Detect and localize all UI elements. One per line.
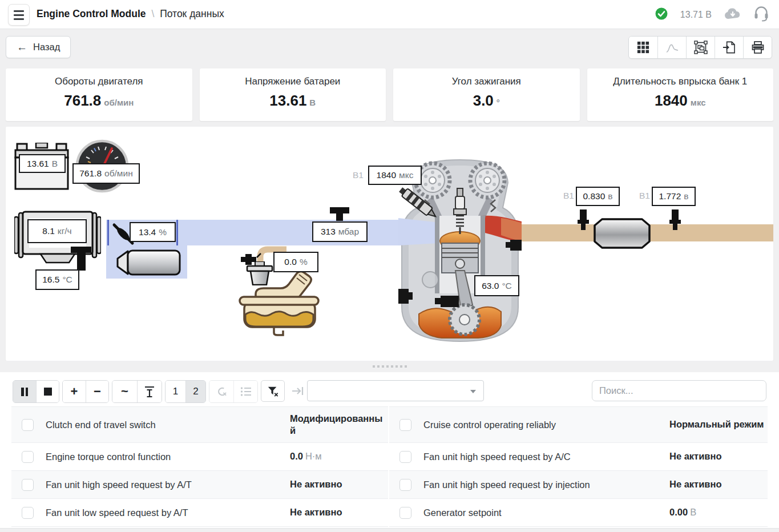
wave-icon: ~	[121, 385, 128, 398]
menu-button[interactable]	[8, 4, 30, 26]
table-row[interactable]: Cruise control operating reliably Нормал…	[389, 406, 768, 443]
card-value-number: 13.61	[269, 92, 306, 109]
card-value-number: 761.8	[64, 92, 101, 109]
value-text: 0.00	[669, 507, 688, 517]
goto-button[interactable]	[288, 380, 308, 402]
intake-temp-unit: °C	[62, 275, 72, 285]
table-row[interactable]: Fan unit high speed request by A/C Не ак…	[389, 443, 768, 471]
value-unit: Н·м	[305, 451, 322, 461]
table-row[interactable]: Clutch end of travel switch Модифицирова…	[11, 406, 388, 443]
table-row[interactable]: Engine torque control function 0.0Н·м	[11, 443, 388, 471]
export-button[interactable]	[715, 37, 743, 58]
o2-sensor-post-icon	[669, 209, 681, 230]
injection-duration-label: 1840мкс	[368, 166, 422, 185]
engine-diagram-panel: 13.61В 761.8об/мин 8.1кг/ч 16.5°C	[6, 127, 773, 361]
table-row[interactable]: Fan unit high speed request by injection…	[389, 471, 768, 499]
battery-voltage-unit: В	[52, 159, 58, 169]
row-checkbox[interactable]	[399, 419, 411, 431]
card-engine-rpm: Обороты двигателя 761.8об/мин	[6, 68, 192, 121]
battery-voltage-value: 13.61	[27, 159, 49, 169]
row-checkbox[interactable]	[399, 507, 411, 519]
view-toolbar	[628, 36, 772, 59]
map-pressure-label: 313мбар	[312, 221, 368, 242]
page-group: 1 2	[165, 380, 206, 403]
pause-icon-bar	[26, 388, 29, 396]
hamburger-icon-bar	[14, 14, 24, 16]
chevron-down-icon	[470, 390, 476, 393]
parameter-value: Нормальный режим	[669, 418, 768, 430]
group-select-dropdown[interactable]	[307, 380, 484, 401]
page-1-button[interactable]: 1	[166, 381, 185, 402]
evap-duty-unit: %	[300, 257, 308, 267]
table-row[interactable]: Fan unit high speed request by A/T Не ак…	[11, 471, 388, 499]
smoothing-button[interactable]: ~	[112, 381, 137, 402]
idle-valve-icon	[116, 249, 181, 276]
cloud-download-icon[interactable]	[724, 7, 741, 22]
table-row[interactable]: Generator setpoint 0.00В	[389, 499, 768, 527]
row-checkbox[interactable]	[22, 419, 34, 431]
card-value-unit: В	[309, 98, 316, 107]
grid-icon	[637, 41, 649, 54]
parameter-value: Не активно	[669, 450, 768, 462]
o2-pre-bank-tag: B1	[563, 191, 574, 201]
curve-chart-icon	[665, 41, 679, 54]
select-list-button[interactable]	[233, 381, 257, 402]
card-battery-voltage: Напряжение батареи 13.61В	[200, 68, 386, 121]
arrow-to-bar-icon	[292, 386, 304, 396]
row-checkbox[interactable]	[399, 479, 411, 491]
print-button[interactable]	[743, 37, 772, 58]
injection-duration-value: 1840	[377, 170, 396, 180]
card-title: Обороты двигателя	[6, 76, 192, 87]
catalytic-converter-icon	[592, 217, 652, 249]
row-checkbox[interactable]	[22, 451, 34, 463]
back-button[interactable]: ← Назад	[6, 36, 71, 58]
row-checkbox[interactable]	[22, 507, 34, 519]
pipe-joint-line	[107, 220, 109, 245]
list-toolbar: + − ~ 1 2	[13, 380, 308, 403]
region-select-button[interactable]	[686, 37, 715, 58]
panel-splitter[interactable]	[0, 361, 779, 372]
parameter-value: Модифицированный	[290, 413, 388, 437]
zoom-out-button[interactable]: −	[86, 381, 108, 402]
map-pressure-unit: мбар	[338, 227, 359, 237]
page-2-button[interactable]: 2	[185, 381, 205, 402]
fit-height-button[interactable]	[137, 381, 162, 402]
metric-cards: Обороты двигателя 761.8об/мин Напряжение…	[6, 68, 773, 121]
value-unit: В	[690, 507, 696, 517]
map-sensor-icon	[329, 207, 350, 221]
stop-button[interactable]	[36, 381, 59, 402]
filter-x-icon	[267, 385, 278, 397]
row-checkbox[interactable]	[399, 451, 411, 463]
back-arrow-icon: ←	[17, 41, 27, 54]
card-value-number: 1840	[655, 92, 688, 109]
table-row[interactable]: Fan unit low speed request by A/T Не акт…	[11, 499, 388, 527]
card-injection-duration: Длительность впрыска банк 1 1840мкс	[587, 68, 774, 121]
hamburger-icon-bar2	[14, 18, 24, 20]
o2-post-voltage-label: 1.772в	[652, 187, 696, 206]
headset-icon[interactable]	[754, 6, 769, 24]
printer-icon	[751, 41, 765, 54]
injection-bank-tag: B1	[353, 170, 364, 180]
purge-valve-icon	[241, 252, 261, 267]
parameter-name: Engine torque control function	[46, 452, 290, 462]
parameter-name: Fan unit low speed request by A/T	[46, 507, 290, 518]
filter-reset-button[interactable]	[261, 380, 285, 402]
o2-post-voltage-unit: в	[684, 191, 688, 201]
maf-unit: кг/ч	[58, 226, 72, 236]
grid-view-button[interactable]	[629, 37, 657, 58]
chart-view-button[interactable]	[657, 37, 686, 58]
card-value-unit: °	[497, 98, 500, 107]
parameter-value: Не активно	[290, 478, 388, 490]
row-checkbox[interactable]	[22, 479, 34, 491]
back-button-label: Назад	[33, 42, 60, 53]
injection-duration-unit: мкс	[399, 170, 413, 180]
card-value: 1840мкс	[587, 92, 774, 110]
clear-selection-button[interactable]	[209, 381, 233, 402]
next-row-strip	[0, 528, 779, 532]
pause-button[interactable]	[13, 381, 36, 402]
search-input[interactable]	[592, 380, 766, 401]
data-table-right: Cruise control operating reliably Нормал…	[389, 406, 768, 527]
playback-group	[13, 380, 59, 403]
card-value: 13.61В	[200, 92, 386, 110]
zoom-in-button[interactable]: +	[63, 381, 86, 402]
